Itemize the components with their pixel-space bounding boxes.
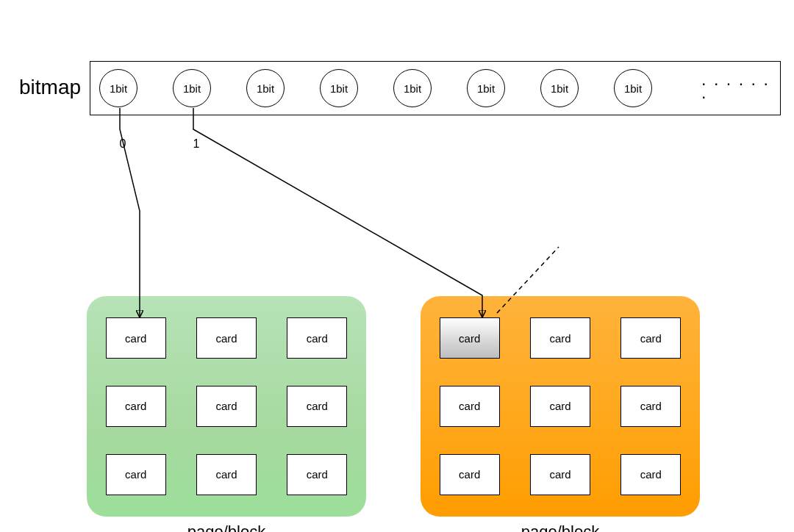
card: card: [440, 454, 500, 495]
card: card: [106, 454, 166, 495]
card: card: [620, 317, 681, 359]
bit-index-1: 1: [187, 137, 205, 151]
card: card: [530, 386, 590, 427]
card: card: [440, 386, 500, 427]
bit-circle-6: 1bit: [540, 69, 579, 107]
card: card: [106, 386, 166, 427]
panel-green: card card card card card card card card …: [87, 296, 366, 517]
panel-green-label: page/block: [187, 522, 265, 532]
card: card: [620, 454, 681, 495]
bit-index-0: 0: [114, 137, 132, 151]
card: card: [530, 454, 590, 495]
card-highlighted: card: [440, 317, 500, 359]
bitmap-label: bitmap: [19, 76, 81, 99]
card: card: [106, 317, 166, 359]
card: card: [287, 317, 347, 359]
ellipsis-icon: . . . . . . .: [702, 75, 780, 101]
bit-circle-5: 1bit: [467, 69, 505, 107]
bit-circle-3: 1bit: [320, 69, 358, 107]
card: card: [196, 386, 257, 427]
panel-orange-label: page/block: [521, 522, 599, 532]
bit-circle-2: 1bit: [246, 69, 285, 107]
card: card: [196, 317, 257, 359]
bit-circle-4: 1bit: [393, 69, 432, 107]
card: card: [196, 454, 257, 495]
card: card: [530, 317, 590, 359]
panel-orange: card card card card card card card card …: [421, 296, 700, 517]
bit-circle-1: 1bit: [173, 69, 211, 107]
card: card: [620, 386, 681, 427]
arrow-bit1-to-orange: [193, 108, 482, 316]
card: card: [287, 386, 347, 427]
card: card: [287, 454, 347, 495]
diagram-stage: bitmap 1bit 1bit 1bit 1bit 1bit 1bit 1bi…: [0, 0, 794, 532]
bit-circle-0: 1bit: [99, 69, 137, 107]
bit-circle-7: 1bit: [614, 69, 652, 107]
bitmap-strip: 1bit 1bit 1bit 1bit 1bit 1bit 1bit 1bit …: [90, 61, 781, 115]
